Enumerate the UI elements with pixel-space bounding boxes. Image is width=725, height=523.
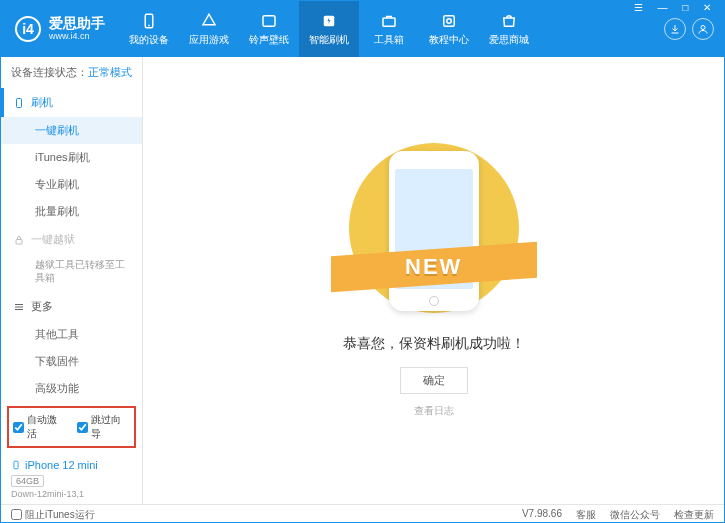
nav-toolbox[interactable]: 工具箱 — [359, 1, 419, 57]
nav-ringtones[interactable]: 铃声壁纸 — [239, 1, 299, 57]
apps-icon — [200, 12, 218, 30]
app-url: www.i4.cn — [49, 32, 105, 42]
sidebar-oneclick-flash[interactable]: 一键刷机 — [1, 117, 142, 144]
footer: 阻止iTunes运行 V7.98.66 客服 微信公众号 检查更新 — [1, 504, 724, 523]
window-controls[interactable]: ☰ — □ ✕ — [634, 2, 717, 13]
sidebar: 设备连接状态：正常模式 刷机 一键刷机 iTunes刷机 专业刷机 批量刷机 一… — [1, 57, 143, 504]
update-link[interactable]: 检查更新 — [674, 508, 714, 522]
success-illustration: NEW — [349, 143, 519, 313]
sidebar-download-firmware[interactable]: 下载固件 — [1, 348, 142, 375]
phone-icon — [140, 12, 158, 30]
svg-rect-8 — [17, 98, 22, 107]
svg-point-6 — [447, 18, 452, 23]
device-identifier: Down-12mini-13,1 — [11, 489, 132, 499]
device-capacity: 64GB — [11, 475, 44, 487]
svg-rect-4 — [383, 18, 395, 26]
service-link[interactable]: 客服 — [576, 508, 596, 522]
tutorial-icon — [440, 12, 458, 30]
wechat-link[interactable]: 微信公众号 — [610, 508, 660, 522]
skip-setup-checkbox[interactable]: 跳过向导 — [77, 413, 131, 441]
top-nav: 我的设备 应用游戏 铃声壁纸 智能刷机 工具箱 教程中心 爱思商城 — [119, 1, 654, 57]
sidebar-itunes-flash[interactable]: iTunes刷机 — [1, 144, 142, 171]
ok-button[interactable]: 确定 — [400, 367, 468, 394]
auto-activate-checkbox[interactable]: 自动激活 — [13, 413, 67, 441]
main-content: NEW 恭喜您，保资料刷机成功啦！ 确定 查看日志 — [143, 57, 724, 504]
user-button[interactable] — [692, 18, 714, 40]
download-icon — [669, 23, 681, 35]
svg-rect-2 — [263, 15, 275, 26]
svg-rect-9 — [16, 239, 22, 244]
sidebar-other-tools[interactable]: 其他工具 — [1, 321, 142, 348]
svg-rect-5 — [444, 15, 455, 26]
new-badge: NEW — [405, 254, 462, 280]
view-log-link[interactable]: 查看日志 — [414, 404, 454, 418]
device-icon — [11, 458, 21, 472]
version-label: V7.98.66 — [522, 508, 562, 522]
lock-icon — [13, 234, 25, 246]
menu-icon — [13, 301, 25, 313]
logo: i4 爱思助手 www.i4.cn — [1, 16, 119, 42]
success-message: 恭喜您，保资料刷机成功啦！ — [343, 335, 525, 353]
app-title: 爱思助手 — [49, 16, 105, 31]
device-info[interactable]: iPhone 12 mini 64GB Down-12mini-13,1 — [1, 452, 142, 505]
store-icon — [500, 12, 518, 30]
connection-status: 设备连接状态：正常模式 — [1, 57, 142, 88]
nav-flash[interactable]: 智能刷机 — [299, 1, 359, 57]
sidebar-jailbreak-heading[interactable]: 一键越狱 — [1, 225, 142, 254]
phone-icon — [13, 97, 25, 109]
sidebar-batch-flash[interactable]: 批量刷机 — [1, 198, 142, 225]
nav-apps[interactable]: 应用游戏 — [179, 1, 239, 57]
logo-icon: i4 — [15, 16, 41, 42]
jailbreak-note: 越狱工具已转移至工具箱 — [1, 254, 142, 292]
nav-tutorials[interactable]: 教程中心 — [419, 1, 479, 57]
svg-rect-13 — [14, 461, 18, 469]
header: i4 爱思助手 www.i4.cn 我的设备 应用游戏 铃声壁纸 智能刷机 工具… — [1, 1, 724, 57]
svg-point-7 — [701, 26, 705, 30]
user-icon — [697, 23, 709, 35]
block-itunes-checkbox[interactable]: 阻止iTunes运行 — [11, 508, 95, 522]
flash-icon — [320, 12, 338, 30]
sidebar-advanced[interactable]: 高级功能 — [1, 375, 142, 402]
nav-my-device[interactable]: 我的设备 — [119, 1, 179, 57]
option-checkboxes: 自动激活 跳过向导 — [7, 406, 136, 448]
nav-store[interactable]: 爱思商城 — [479, 1, 539, 57]
download-button[interactable] — [664, 18, 686, 40]
sidebar-pro-flash[interactable]: 专业刷机 — [1, 171, 142, 198]
toolbox-icon — [380, 12, 398, 30]
device-name-label: iPhone 12 mini — [25, 459, 98, 471]
sidebar-more-heading[interactable]: 更多 — [1, 292, 142, 321]
sidebar-flash-heading[interactable]: 刷机 — [1, 88, 142, 117]
wallpaper-icon — [260, 12, 278, 30]
